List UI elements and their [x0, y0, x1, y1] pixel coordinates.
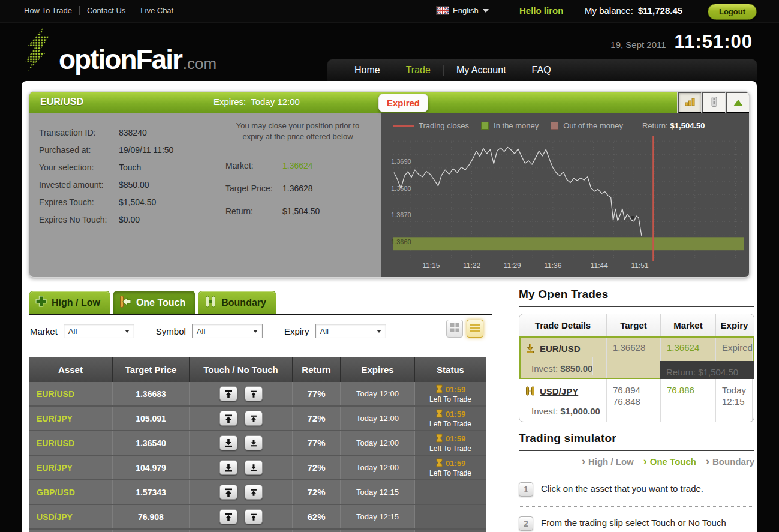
- simulator-title: Trading simulator: [519, 432, 754, 451]
- sim-link-high-low[interactable]: High / Low: [582, 456, 634, 467]
- asset-link[interactable]: USD/JPY: [29, 505, 113, 528]
- asset-link[interactable]: EUR/JPY: [29, 407, 113, 430]
- in-the-money-swatch-icon: [481, 122, 489, 130]
- tab-high-low[interactable]: High / Low: [29, 291, 110, 314]
- user-greeting: Hello liron: [519, 5, 563, 16]
- legend-out-of-the-money: Out of the money: [563, 121, 623, 130]
- chart-view-button[interactable]: [678, 92, 702, 113]
- sim-link-one-touch[interactable]: One Touch: [643, 456, 696, 467]
- link-live-chat[interactable]: Live Chat: [133, 6, 181, 15]
- view-toggles: [446, 320, 483, 338]
- hourglass-icon: [435, 458, 443, 470]
- lightning-bolt-icon: [24, 28, 54, 73]
- nav-trade[interactable]: Trade: [393, 65, 443, 76]
- close-position-panel: You may close your position prior to exp…: [207, 113, 381, 278]
- open-trade-market: 76.886: [661, 379, 716, 422]
- language-selector[interactable]: English: [437, 6, 489, 15]
- no-touch-button[interactable]: [245, 509, 263, 524]
- step-number: 1: [519, 482, 533, 497]
- no-touch-button[interactable]: [245, 386, 263, 401]
- detail-row: Purchased at:19/09/11 11:50: [39, 144, 207, 157]
- nav-home[interactable]: Home: [342, 65, 393, 76]
- asset-link[interactable]: EUR/USD: [29, 431, 113, 455]
- trade-asset-title: EUR/USD: [40, 97, 83, 107]
- simulator-links: High / Low One Touch Boundary: [519, 456, 754, 467]
- chevron-right-icon: [582, 456, 585, 467]
- tab-one-touch[interactable]: One Touch: [113, 291, 195, 314]
- right-column: My Open Trades Trade Details Target Mark…: [519, 288, 754, 532]
- countdown-status: 01:59 Left To Trade: [415, 431, 486, 455]
- current-date: 19, Sept 2011: [610, 40, 666, 50]
- details-view-button[interactable]: [702, 92, 726, 113]
- trading-platform-page: { "theme": {"accent_green": "#7fae25", "…: [0, 0, 779, 532]
- nav-my-account[interactable]: My Account: [443, 65, 519, 76]
- touch-button[interactable]: [219, 485, 237, 500]
- touch-button[interactable]: [219, 435, 237, 450]
- legend-in-the-money: In the money: [494, 121, 539, 130]
- trade-card-header: EUR/USD Expires: Today 12:00 Expired: [29, 92, 749, 113]
- asset-link[interactable]: EUR/USD: [29, 382, 113, 405]
- open-trades-title: My Open Trades: [519, 288, 754, 307]
- balance-label: My balance:: [585, 5, 633, 16]
- filter-bar: Market All Symbol All Expiry All: [30, 322, 486, 340]
- open-trade-asset-link[interactable]: EUR/USD: [540, 344, 581, 355]
- step-text: From the trading slip select Touch or No…: [541, 516, 751, 532]
- open-trade-invest: Invest:$1,000.00: [525, 400, 600, 417]
- datetime: 19, Sept 2011 11:51:00: [610, 31, 753, 53]
- sim-link-boundary[interactable]: Boundary: [706, 456, 754, 467]
- top-links: How To Trade Contact Us Live Chat: [24, 6, 181, 15]
- hourglass-icon: [435, 434, 443, 445]
- open-trade-expiry: Today 12:15: [716, 379, 753, 422]
- touch-button[interactable]: [219, 460, 237, 475]
- open-trades-header: Trade Details Target Market Expiry: [519, 314, 754, 336]
- open-trade-row: USD/JPY 76.89476.848 76.886 Today 12:15 …: [519, 379, 754, 422]
- balance-value: $11,728.45: [638, 5, 682, 16]
- link-how-to-trade[interactable]: How To Trade: [24, 6, 79, 15]
- link-contact-us[interactable]: Contact Us: [79, 6, 133, 15]
- touch-down-icon: [525, 344, 535, 356]
- list-view-icon: [470, 323, 480, 334]
- table-row: EUR/JPY 104.979 72% Today 12:00 01:59 Le…: [29, 456, 486, 480]
- uk-flag-icon: [437, 7, 449, 14]
- countdown-status: [415, 505, 486, 528]
- market-filter-label: Market: [30, 326, 58, 336]
- touch-button[interactable]: [219, 509, 237, 524]
- svg-text:11:29: 11:29: [504, 262, 521, 270]
- no-touch-button[interactable]: [245, 485, 263, 500]
- market-price: 1.36624: [282, 161, 313, 170]
- assets-table-header: Asset Target Price Touch / No Touch Retu…: [29, 357, 486, 382]
- details-icon: [711, 97, 718, 109]
- list-view-button[interactable]: [467, 320, 483, 338]
- svg-text:1.3670: 1.3670: [391, 211, 411, 218]
- chart-return: Return:$1,504.50: [642, 121, 705, 130]
- touch-button[interactable]: [219, 386, 237, 401]
- no-touch-button[interactable]: [245, 411, 263, 426]
- open-trade-target: 76.89476.848: [607, 379, 661, 422]
- step-text: Click on the asset that you want to trad…: [541, 482, 703, 497]
- chevron-right-icon: [643, 456, 647, 467]
- touch-button[interactable]: [219, 411, 237, 426]
- tab-underline: [29, 314, 492, 315]
- logo[interactable]: optionFair .com: [24, 28, 216, 73]
- countdown-status: [415, 480, 486, 504]
- market-select[interactable]: All: [64, 324, 134, 338]
- chart-toolbar: [677, 92, 749, 113]
- no-touch-button[interactable]: [245, 460, 263, 475]
- hourglass-icon: [435, 384, 443, 396]
- grid-view-icon: [450, 323, 459, 334]
- open-trade-row: EUR/USD 1.36628 1.36624 Expired Invest:$…: [519, 336, 754, 379]
- no-touch-button[interactable]: [245, 435, 263, 450]
- asset-link[interactable]: EUR/JPY: [29, 456, 113, 479]
- content-area: EUR/USD Expires: Today 12:00 Expired: [22, 81, 757, 532]
- logout-button[interactable]: Logout: [708, 4, 757, 20]
- asset-link[interactable]: GBP/USD: [29, 480, 113, 504]
- collapse-panel-button[interactable]: [726, 92, 749, 113]
- open-trade-asset-link[interactable]: USD/JPY: [540, 386, 578, 398]
- tab-boundary[interactable]: Boundary: [198, 291, 276, 314]
- step-number: 2: [519, 516, 533, 531]
- nav-faq[interactable]: FAQ: [519, 65, 564, 76]
- assets-table: Asset Target Price Touch / No Touch Retu…: [29, 357, 486, 532]
- grid-view-button[interactable]: [446, 320, 463, 338]
- expiry-select[interactable]: All: [315, 324, 386, 338]
- symbol-select[interactable]: All: [192, 324, 263, 338]
